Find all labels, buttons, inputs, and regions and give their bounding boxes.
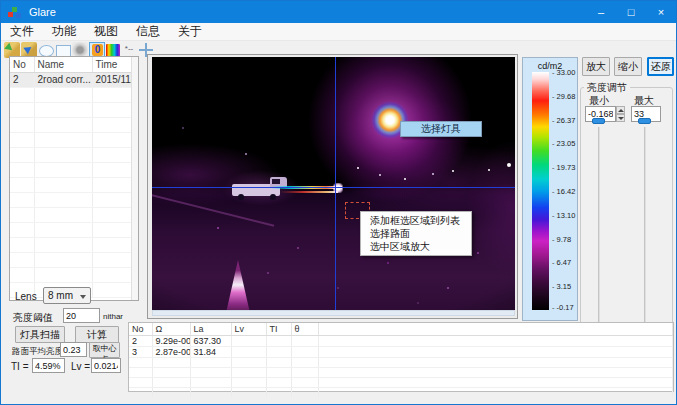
app-icon — [8, 6, 21, 19]
luminance-image[interactable]: 选择灯具 添加框选区域到列表 选择路面 选中区域放大 — [152, 57, 515, 310]
lv-value-input[interactable] — [91, 358, 121, 373]
result-col-omega[interactable]: Ω — [152, 323, 190, 335]
crosshair-horizontal-line — [152, 187, 515, 188]
colorbar-tick: 13.10 — [552, 211, 579, 220]
colorbar-tick: 29.68 — [552, 92, 579, 101]
menu-bar: 文件 功能 视图 信息 关于 — [1, 23, 676, 41]
file-col-no[interactable]: No — [10, 57, 34, 72]
min-spin-down-icon[interactable] — [616, 114, 625, 122]
result-col-la[interactable]: La — [190, 323, 231, 335]
window-title: Glare — [29, 6, 56, 18]
threshold-label: 亮度阈值 — [13, 311, 53, 325]
context-menu-zoom-region[interactable]: 选中区域放大 — [361, 240, 471, 253]
file-col-time[interactable]: Time — [92, 57, 131, 72]
colorbar-tick: 23.05 — [552, 139, 579, 148]
menu-view[interactable]: 视图 — [85, 23, 127, 40]
colorbar-tick: 3.15 — [552, 282, 579, 291]
selection-rectangle[interactable] — [345, 202, 370, 219]
colorbar-tick: 16.42 — [552, 187, 579, 196]
file-list-panel: No Name Time 2 2road corr... 2015/11/... — [9, 56, 139, 301]
crosshair-vertical-line — [335, 57, 336, 310]
max-slider-track[interactable] — [644, 127, 646, 332]
road-light-streak — [270, 186, 342, 189]
zoom-in-button[interactable]: 放大 — [582, 57, 610, 76]
road-light-streak — [280, 191, 338, 193]
colorbar-tick: 9.78 — [552, 235, 579, 244]
result-row[interactable]: 2 9.29e-005 637.30 — [129, 335, 673, 346]
light-specks — [357, 167, 359, 169]
lens-label: Lens — [15, 291, 37, 302]
context-menu-add-region[interactable]: 添加框选区域到列表 — [361, 214, 471, 227]
min-slider-track[interactable] — [598, 127, 600, 332]
result-row[interactable]: 3 2.87e-005 31.84 — [129, 346, 673, 357]
file-list-scrollbar[interactable] — [131, 57, 138, 300]
lens-select[interactable]: 8 mm — [43, 287, 91, 304]
lv-label: Lv = — [71, 361, 90, 372]
traffic-cone — [224, 260, 252, 310]
image-panel: 选择灯具 添加框选区域到列表 选择路面 选中区域放大 — [147, 54, 518, 319]
result-col-lv[interactable]: Lv — [231, 323, 266, 335]
min-slider-handle[interactable] — [592, 118, 605, 124]
result-col-ti[interactable]: TI — [266, 323, 291, 335]
lamp-scan-button[interactable]: 灯具扫描 — [15, 326, 65, 343]
menu-file[interactable]: 文件 — [1, 23, 43, 40]
file-row[interactable]: 2 2road corr... 2015/11/... — [10, 72, 131, 87]
image-horizontal-scrollbar[interactable] — [152, 310, 515, 316]
app-window: Glare – □ × 文件 功能 视图 信息 关于 *-- No Name — [0, 0, 677, 405]
colorbar-tick: 33.00 — [552, 68, 579, 77]
result-table-panel: No Ω La Lv TI θ 2 9.29e-005 637.30 3 2.8… — [128, 322, 674, 392]
colorbar-tick: 19.73 — [552, 163, 579, 172]
maximize-button[interactable]: □ — [616, 1, 646, 23]
context-menu-select-road[interactable]: 选择路面 — [361, 227, 471, 240]
minimize-button[interactable]: – — [586, 1, 616, 23]
curb-line — [152, 193, 274, 226]
brightness-groupbox — [580, 87, 673, 337]
brightness-group-title: 亮度调节 — [584, 81, 630, 95]
context-menu: 添加框选区域到列表 选择路面 选中区域放大 — [360, 211, 472, 256]
colorbar-gradient — [532, 72, 549, 310]
ti-value-input[interactable] — [32, 358, 65, 373]
colorbar-tick: -0.17 — [552, 303, 579, 312]
colorbar-tick: 26.37 — [552, 116, 579, 125]
menu-info[interactable]: 信息 — [127, 23, 169, 40]
colorbar-panel: cd/m2 33.00 29.68 26.37 23.05 19.73 16.4… — [522, 57, 578, 321]
threshold-unit: nithar — [103, 312, 123, 321]
result-col-theta[interactable]: θ — [291, 323, 318, 335]
threshold-input[interactable] — [63, 308, 100, 323]
road-avg-label: 路面平均亮度 — [12, 346, 63, 358]
calculate-button[interactable]: 计算 — [75, 326, 119, 343]
close-button[interactable]: × — [646, 1, 676, 23]
min-spin-up-icon[interactable] — [616, 106, 625, 114]
vanishing-point-light — [333, 183, 343, 193]
pick-center-button[interactable]: 取中心点 — [89, 342, 120, 358]
colorbar-tick: 6.47 — [552, 258, 579, 267]
road-avg-input[interactable] — [60, 342, 87, 357]
select-lamp-tooltip[interactable]: 选择灯具 — [400, 121, 482, 137]
menu-about[interactable]: 关于 — [169, 23, 211, 40]
menu-function[interactable]: 功能 — [43, 23, 85, 40]
zoom-out-button[interactable]: 缩小 — [614, 57, 642, 76]
title-bar: Glare – □ × — [1, 1, 676, 23]
file-col-name[interactable]: Name — [34, 57, 92, 72]
result-col-no[interactable]: No — [129, 323, 152, 335]
truck-silhouette — [230, 174, 292, 202]
reset-view-button[interactable]: 还原 — [647, 57, 674, 76]
ti-label: TI = — [11, 361, 29, 372]
max-slider-handle[interactable] — [638, 118, 651, 124]
